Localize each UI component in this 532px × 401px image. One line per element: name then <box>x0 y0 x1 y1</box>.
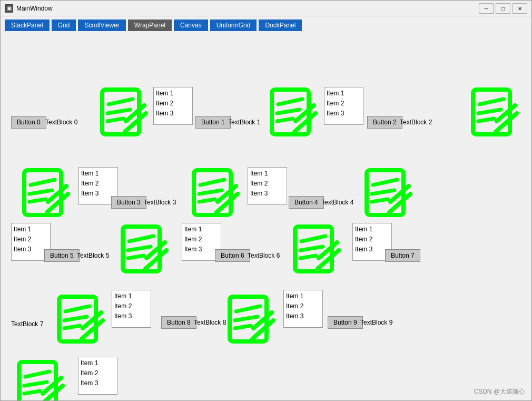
svg-line-38 <box>128 247 151 250</box>
svg-line-33 <box>372 199 388 202</box>
textblock-5: TextBlock 5 <box>77 252 109 259</box>
tab-dockpanel[interactable]: DockPanel <box>259 19 302 31</box>
svg-line-8 <box>277 110 300 113</box>
note-icon-8[interactable] <box>51 291 109 355</box>
button-3[interactable]: Button 3 <box>111 196 146 209</box>
svg-line-57 <box>235 326 251 328</box>
svg-line-5 <box>125 113 146 132</box>
svg-line-62 <box>24 382 47 386</box>
tabs-bar: StackPanel Grid ScrollViewer WrapPanel C… <box>1 16 531 34</box>
content-area: Button 0 TextBlock 0 Item 1Item 2Item 3 … <box>1 34 531 400</box>
svg-line-50 <box>64 317 87 320</box>
textblock-9: TextBlock 9 <box>360 319 392 326</box>
svg-line-14 <box>478 110 501 113</box>
window-title: MainWindow <box>16 5 53 12</box>
svg-line-26 <box>199 190 222 194</box>
button-0[interactable]: Button 0 <box>11 116 46 129</box>
svg-line-1 <box>109 99 133 104</box>
svg-line-3 <box>107 119 123 121</box>
svg-line-63 <box>24 391 40 394</box>
svg-line-9 <box>277 119 293 121</box>
svg-line-25 <box>200 180 224 185</box>
svg-line-53 <box>82 320 103 339</box>
textblock-2: TextBlock 2 <box>400 119 432 126</box>
button-2[interactable]: Button 2 <box>367 116 402 129</box>
note-icon-9[interactable] <box>222 291 280 355</box>
svg-line-55 <box>236 306 260 311</box>
minimize-button[interactable]: ─ <box>479 3 494 14</box>
button-6[interactable]: Button 6 <box>215 249 250 262</box>
svg-line-37 <box>129 236 153 241</box>
tab-stackpanel[interactable]: StackPanel <box>5 19 50 31</box>
svg-line-7 <box>278 99 302 104</box>
tab-grid[interactable]: Grid <box>52 19 76 31</box>
listbox-3[interactable]: Item 1Item 2Item 3 <box>248 167 287 205</box>
svg-line-45 <box>300 256 316 258</box>
listbox-1[interactable]: Item 1Item 2Item 3 <box>324 87 363 125</box>
title-bar: ▣ MainWindow ─ □ ✕ <box>1 1 531 16</box>
note-icon-7[interactable] <box>287 221 345 285</box>
button-9[interactable]: Button 9 <box>328 316 363 329</box>
svg-line-15 <box>478 119 494 121</box>
svg-line-27 <box>199 199 215 202</box>
button-1[interactable]: Button 1 <box>195 116 231 129</box>
textblock-3: TextBlock 3 <box>144 199 176 206</box>
button-5[interactable]: Button 5 <box>44 249 80 262</box>
svg-line-47 <box>318 250 339 269</box>
listbox-8[interactable]: Item 1Item 2Item 3 <box>283 290 323 328</box>
window-icon: ▣ <box>5 4 13 13</box>
button-7[interactable]: Button 7 <box>385 249 420 262</box>
svg-line-13 <box>479 99 504 104</box>
note-icon-1[interactable] <box>264 84 322 148</box>
note-icon-3[interactable] <box>16 165 74 228</box>
svg-line-44 <box>300 247 323 250</box>
svg-line-61 <box>25 371 50 377</box>
svg-line-2 <box>107 110 130 113</box>
svg-line-31 <box>373 180 397 185</box>
textblock-0: TextBlock 0 <box>45 119 77 126</box>
maximize-button[interactable]: □ <box>496 3 510 14</box>
textblock-7: TextBlock 7 <box>11 320 43 328</box>
note-icon-2[interactable] <box>465 84 523 148</box>
note-icon-5[interactable] <box>359 165 417 228</box>
listbox-7[interactable]: Item 1Item 2Item 3 <box>112 290 151 328</box>
note-icon-0[interactable] <box>94 84 152 148</box>
tab-canvas[interactable]: Canvas <box>174 19 208 31</box>
svg-line-32 <box>372 190 395 194</box>
svg-line-41 <box>145 250 166 269</box>
note-icon-4[interactable] <box>186 165 244 228</box>
svg-line-49 <box>65 306 90 311</box>
svg-line-51 <box>64 326 80 328</box>
listbox-0[interactable]: Item 1Item 2Item 3 <box>153 87 193 125</box>
svg-line-21 <box>29 199 45 202</box>
tab-scrollviewer[interactable]: ScrollViewer <box>78 19 125 31</box>
note-icon-10[interactable] <box>11 357 69 400</box>
svg-line-11 <box>294 113 316 132</box>
textblock-6: TextBlock 6 <box>248 252 280 259</box>
close-button[interactable]: ✕ <box>513 3 527 14</box>
listbox-9[interactable]: Item 1Item 2Item 3 <box>78 357 117 395</box>
tab-wrappanel[interactable]: WrapPanel <box>128 19 172 31</box>
svg-line-29 <box>216 194 238 212</box>
button-8[interactable]: Button 8 <box>161 316 196 329</box>
note-icon-6[interactable] <box>115 221 173 285</box>
svg-line-39 <box>128 256 144 258</box>
textblock-4: TextBlock 4 <box>321 199 353 206</box>
button-4[interactable]: Button 4 <box>289 196 324 209</box>
svg-line-19 <box>31 180 55 185</box>
svg-line-43 <box>301 236 326 241</box>
main-window: ▣ MainWindow ─ □ ✕ StackPanel Grid Scrol… <box>0 0 532 401</box>
watermark: CSDN @大道随心 <box>474 387 525 396</box>
tab-uniformgrid[interactable]: UniformGrid <box>210 19 257 31</box>
textblock-1: TextBlock 1 <box>228 119 260 126</box>
svg-line-23 <box>47 194 68 212</box>
svg-line-59 <box>252 320 273 339</box>
svg-line-20 <box>29 190 52 194</box>
svg-line-56 <box>235 317 258 320</box>
svg-line-35 <box>389 194 410 212</box>
svg-line-17 <box>496 113 517 132</box>
window-controls: ─ □ ✕ <box>479 1 527 16</box>
